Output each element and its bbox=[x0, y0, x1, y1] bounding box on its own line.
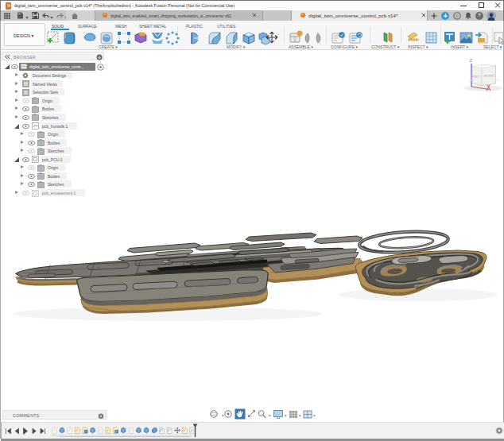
svg-text:Z: Z bbox=[470, 58, 473, 63]
svg-text:FRO: FRO bbox=[473, 75, 481, 79]
svg-text:RIGHT: RIGHT bbox=[484, 74, 494, 78]
